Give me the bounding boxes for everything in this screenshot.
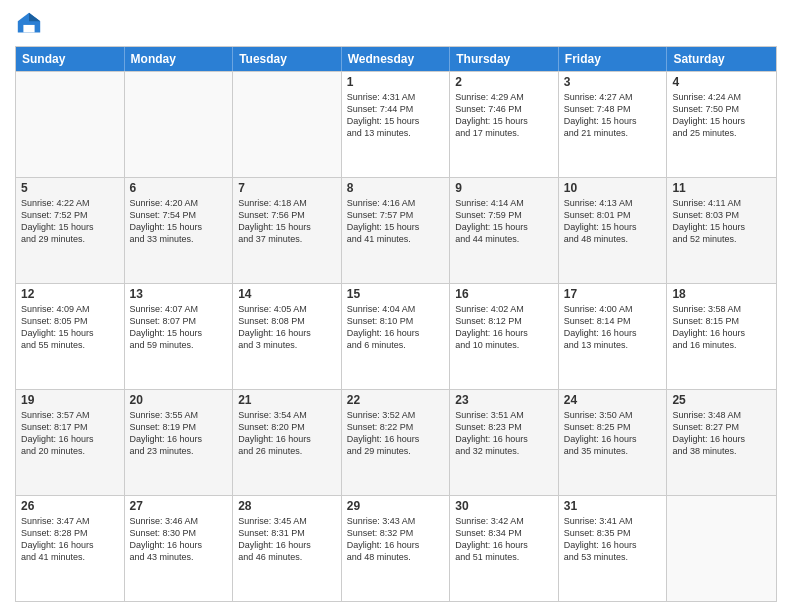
day-of-week-header: Monday [125,47,234,71]
calendar: SundayMondayTuesdayWednesdayThursdayFrid… [15,46,777,602]
day-number: 7 [238,181,336,195]
cell-line: Sunset: 7:54 PM [130,209,228,221]
cell-line: and 13 minutes. [347,127,445,139]
cell-line: Sunrise: 3:42 AM [455,515,553,527]
cell-line: and 26 minutes. [238,445,336,457]
cell-line: and 46 minutes. [238,551,336,563]
calendar-cell: 19Sunrise: 3:57 AMSunset: 8:17 PMDayligh… [16,390,125,495]
calendar-header: SundayMondayTuesdayWednesdayThursdayFrid… [16,47,776,71]
cell-line: Sunrise: 4:27 AM [564,91,662,103]
cell-line: Daylight: 16 hours [672,433,771,445]
day-number: 6 [130,181,228,195]
cell-line: Daylight: 15 hours [21,221,119,233]
calendar-cell: 31Sunrise: 3:41 AMSunset: 8:35 PMDayligh… [559,496,668,601]
calendar-cell: 16Sunrise: 4:02 AMSunset: 8:12 PMDayligh… [450,284,559,389]
cell-line: Sunset: 8:31 PM [238,527,336,539]
calendar-cell [16,72,125,177]
page: SundayMondayTuesdayWednesdayThursdayFrid… [0,0,792,612]
calendar-cell: 12Sunrise: 4:09 AMSunset: 8:05 PMDayligh… [16,284,125,389]
calendar-cell: 18Sunrise: 3:58 AMSunset: 8:15 PMDayligh… [667,284,776,389]
day-number: 16 [455,287,553,301]
cell-line: Daylight: 16 hours [130,433,228,445]
day-number: 11 [672,181,771,195]
cell-line: Sunrise: 4:29 AM [455,91,553,103]
day-number: 29 [347,499,445,513]
day-number: 9 [455,181,553,195]
calendar-cell [125,72,234,177]
cell-line: Sunset: 8:15 PM [672,315,771,327]
calendar-row: 26Sunrise: 3:47 AMSunset: 8:28 PMDayligh… [16,495,776,601]
cell-line: and 55 minutes. [21,339,119,351]
cell-line: Sunrise: 3:52 AM [347,409,445,421]
cell-line: Sunrise: 3:46 AM [130,515,228,527]
cell-line: Daylight: 16 hours [238,539,336,551]
svg-rect-2 [23,25,34,32]
cell-line: Daylight: 16 hours [130,539,228,551]
cell-line: Sunset: 8:28 PM [21,527,119,539]
day-number: 26 [21,499,119,513]
day-number: 23 [455,393,553,407]
cell-line: Sunset: 7:48 PM [564,103,662,115]
cell-line: Daylight: 16 hours [455,539,553,551]
calendar-cell: 30Sunrise: 3:42 AMSunset: 8:34 PMDayligh… [450,496,559,601]
calendar-cell: 11Sunrise: 4:11 AMSunset: 8:03 PMDayligh… [667,178,776,283]
calendar-cell: 14Sunrise: 4:05 AMSunset: 8:08 PMDayligh… [233,284,342,389]
calendar-cell: 23Sunrise: 3:51 AMSunset: 8:23 PMDayligh… [450,390,559,495]
cell-line: Sunrise: 3:54 AM [238,409,336,421]
calendar-cell: 6Sunrise: 4:20 AMSunset: 7:54 PMDaylight… [125,178,234,283]
calendar-cell: 2Sunrise: 4:29 AMSunset: 7:46 PMDaylight… [450,72,559,177]
cell-line: Sunrise: 3:45 AM [238,515,336,527]
day-of-week-header: Wednesday [342,47,451,71]
cell-line: Sunrise: 4:04 AM [347,303,445,315]
cell-line: Sunrise: 4:14 AM [455,197,553,209]
cell-line: Sunset: 8:35 PM [564,527,662,539]
cell-line: and 43 minutes. [130,551,228,563]
cell-line: Daylight: 16 hours [564,433,662,445]
calendar-cell: 13Sunrise: 4:07 AMSunset: 8:07 PMDayligh… [125,284,234,389]
header [15,10,777,38]
cell-line: Sunrise: 4:07 AM [130,303,228,315]
cell-line: Sunrise: 3:43 AM [347,515,445,527]
cell-line: Daylight: 15 hours [347,115,445,127]
cell-line: Sunrise: 4:22 AM [21,197,119,209]
calendar-cell: 20Sunrise: 3:55 AMSunset: 8:19 PMDayligh… [125,390,234,495]
cell-line: Sunrise: 4:00 AM [564,303,662,315]
cell-line: and 17 minutes. [455,127,553,139]
cell-line: Daylight: 15 hours [672,221,771,233]
cell-line: Sunrise: 3:58 AM [672,303,771,315]
cell-line: Sunset: 7:52 PM [21,209,119,221]
calendar-cell: 22Sunrise: 3:52 AMSunset: 8:22 PMDayligh… [342,390,451,495]
cell-line: Sunset: 8:30 PM [130,527,228,539]
cell-line: Sunset: 8:10 PM [347,315,445,327]
day-number: 10 [564,181,662,195]
cell-line: and 20 minutes. [21,445,119,457]
cell-line: and 41 minutes. [347,233,445,245]
cell-line: Sunrise: 3:48 AM [672,409,771,421]
cell-line: Daylight: 16 hours [238,327,336,339]
day-number: 12 [21,287,119,301]
calendar-cell: 3Sunrise: 4:27 AMSunset: 7:48 PMDaylight… [559,72,668,177]
cell-line: and 16 minutes. [672,339,771,351]
cell-line: Sunset: 7:44 PM [347,103,445,115]
cell-line: Daylight: 15 hours [564,115,662,127]
cell-line: Sunset: 8:14 PM [564,315,662,327]
cell-line: Sunrise: 4:05 AM [238,303,336,315]
logo-icon [15,10,43,38]
day-of-week-header: Thursday [450,47,559,71]
cell-line: Daylight: 16 hours [564,327,662,339]
cell-line: Daylight: 15 hours [455,115,553,127]
cell-line: Sunrise: 3:55 AM [130,409,228,421]
cell-line: Sunset: 8:19 PM [130,421,228,433]
cell-line: Sunset: 8:25 PM [564,421,662,433]
cell-line: Daylight: 15 hours [238,221,336,233]
cell-line: Daylight: 15 hours [672,115,771,127]
cell-line: Sunrise: 4:11 AM [672,197,771,209]
cell-line: Sunrise: 4:18 AM [238,197,336,209]
cell-line: Sunrise: 3:50 AM [564,409,662,421]
cell-line: Sunrise: 4:09 AM [21,303,119,315]
cell-line: Sunset: 8:32 PM [347,527,445,539]
cell-line: and 38 minutes. [672,445,771,457]
calendar-cell: 17Sunrise: 4:00 AMSunset: 8:14 PMDayligh… [559,284,668,389]
cell-line: Sunrise: 3:57 AM [21,409,119,421]
cell-line: Sunrise: 4:13 AM [564,197,662,209]
